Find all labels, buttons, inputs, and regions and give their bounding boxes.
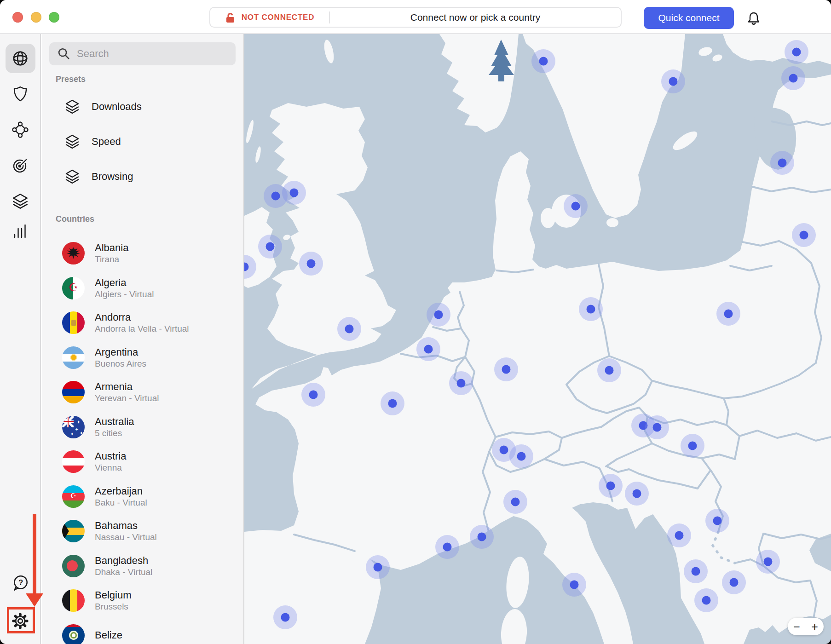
country-row-argentina[interactable]: ArgentinaBuenos Aires <box>42 340 244 375</box>
server-marker[interactable] <box>778 159 787 167</box>
dartboard-icon <box>11 156 29 175</box>
server-marker[interactable] <box>570 581 579 589</box>
search-box[interactable] <box>49 42 236 65</box>
country-city: Vienna <box>95 462 126 473</box>
country-row-bangladesh[interactable]: BangladeshDhaka - Virtual <box>42 549 244 584</box>
server-marker[interactable] <box>764 558 773 566</box>
country-row-austria[interactable]: AustriaVienna <box>42 444 244 479</box>
layers-icon <box>63 132 81 151</box>
country-row-australia[interactable]: Australia5 cities <box>42 410 244 445</box>
preset-row-speed[interactable]: Speed <box>42 124 244 159</box>
country-row-armenia[interactable]: ArmeniaYerevan - Virtual <box>42 375 244 410</box>
country-row-albania[interactable]: AlbaniaTirana <box>42 236 244 271</box>
server-marker[interactable] <box>457 379 466 388</box>
notifications-bell-icon[interactable] <box>746 11 761 26</box>
annotation-arrow-line <box>33 514 36 594</box>
server-marker[interactable] <box>266 242 275 251</box>
preset-label: Browsing <box>92 171 133 183</box>
rail-item-activity[interactable] <box>2 216 39 247</box>
server-marker[interactable] <box>539 57 548 66</box>
preset-row-browsing[interactable]: Browsing <box>42 159 244 194</box>
preset-row-downloads[interactable]: Downloads <box>42 89 244 124</box>
country-row-azerbaijan[interactable]: AzerbaijanBaku - Virtual <box>42 479 244 514</box>
quick-connect-button[interactable]: Quick connect <box>644 7 734 29</box>
server-marker[interactable] <box>724 310 733 318</box>
country-name: Austria <box>95 450 126 462</box>
rail-item-meshnet[interactable] <box>2 115 39 145</box>
server-map[interactable] <box>244 34 831 644</box>
rail-item-servers[interactable] <box>2 43 39 74</box>
country-city: Andorra la Vella - Virtual <box>95 323 189 334</box>
country-name: Andorra <box>95 311 189 323</box>
server-marker[interactable] <box>653 423 662 432</box>
connection-status-bar[interactable]: NOT CONNECTED Connect now or pick a coun… <box>209 7 622 28</box>
server-marker[interactable] <box>281 613 290 622</box>
server-marker[interactable] <box>692 567 700 576</box>
server-marker[interactable] <box>730 578 739 587</box>
austria-flag-icon <box>62 450 85 473</box>
server-marker[interactable] <box>792 48 801 57</box>
server-marker[interactable] <box>374 563 382 572</box>
country-row-belize[interactable]: Belize <box>42 618 244 644</box>
server-marker[interactable] <box>789 74 798 83</box>
rail-item-dedicated-ip[interactable] <box>2 150 39 181</box>
country-row-algeria[interactable]: AlgeriaAlgiers - Virtual <box>42 271 244 306</box>
country-name: Argentina <box>95 346 146 358</box>
server-marker[interactable] <box>605 366 614 375</box>
server-marker[interactable] <box>309 391 318 399</box>
server-marker[interactable] <box>511 498 520 506</box>
belize-flag-icon <box>62 624 85 644</box>
server-marker[interactable] <box>434 310 443 319</box>
title-bar: NOT CONNECTED Connect now or pick a coun… <box>0 0 831 34</box>
country-name: Bangladesh <box>95 555 152 567</box>
server-marker[interactable] <box>571 202 580 211</box>
server-marker[interactable] <box>502 365 511 374</box>
server-marker[interactable] <box>606 482 615 490</box>
connect-prompt: Connect now or pick a country <box>330 12 621 23</box>
server-marker[interactable] <box>587 305 595 314</box>
australia-flag-icon <box>62 416 85 438</box>
zoom-in-button[interactable]: + <box>809 621 820 632</box>
rail-item-threat-protection[interactable] <box>2 79 39 109</box>
zoom-out-button[interactable]: − <box>791 621 802 632</box>
country-row-andorra[interactable]: AndorraAndorra la Vella - Virtual <box>42 305 244 340</box>
bangladesh-flag-icon <box>62 555 85 577</box>
country-row-bahamas[interactable]: BahamasNassau - Virtual <box>42 514 244 549</box>
minimize-window-button[interactable] <box>31 12 41 23</box>
server-marker[interactable] <box>388 399 397 408</box>
server-marker[interactable] <box>307 259 316 268</box>
server-marker[interactable] <box>675 531 684 540</box>
zoom-window-button[interactable] <box>49 12 59 23</box>
server-marker[interactable] <box>290 189 299 197</box>
mesh-nodes-icon <box>11 121 29 139</box>
country-city: Dhaka - Virtual <box>95 567 152 577</box>
algeria-flag-icon <box>62 277 85 299</box>
azerbaijan-flag-icon <box>62 485 85 508</box>
server-marker[interactable] <box>713 517 722 525</box>
rail-item-presets[interactable] <box>2 186 39 217</box>
server-marker[interactable] <box>424 345 433 354</box>
server-marker[interactable] <box>478 533 486 541</box>
shield-icon <box>11 85 29 103</box>
country-list: AlbaniaTiranaAlgeriaAlgiers - VirtualAnd… <box>42 236 244 644</box>
server-marker[interactable] <box>345 325 354 334</box>
country-city: Buenos Aires <box>95 358 146 369</box>
country-name: Bahamas <box>95 520 157 532</box>
server-marker[interactable] <box>633 489 641 498</box>
svg-text:?: ? <box>18 578 23 587</box>
server-marker[interactable] <box>443 543 452 552</box>
server-marker[interactable] <box>688 442 697 450</box>
armenia-flag-icon <box>62 381 85 403</box>
server-marker[interactable] <box>702 596 711 605</box>
server-marker[interactable] <box>517 452 526 461</box>
country-row-belgium[interactable]: BelgiumBrussels <box>42 583 244 618</box>
search-input[interactable] <box>76 47 236 60</box>
server-marker[interactable] <box>271 192 280 201</box>
map-zoom-control: − + <box>788 618 824 635</box>
preset-label: Speed <box>92 136 121 148</box>
layers-icon <box>11 192 30 211</box>
close-window-button[interactable] <box>12 12 23 23</box>
server-marker[interactable] <box>800 231 808 240</box>
server-marker[interactable] <box>669 77 678 86</box>
server-marker[interactable] <box>500 446 508 454</box>
